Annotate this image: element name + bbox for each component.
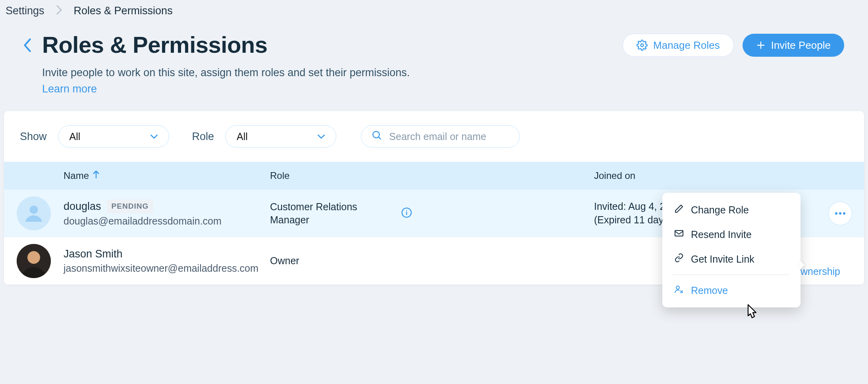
status-badge: PENDING [107,200,154,213]
invite-people-label: Invite People [771,39,831,52]
more-actions-button[interactable] [828,202,852,225]
svg-point-6 [843,212,845,215]
svg-point-0 [641,44,644,47]
remove-user-icon [674,284,684,296]
user-role: Owner [270,254,401,267]
role-filter-label: Role [192,131,214,143]
chevron-down-icon [150,132,158,141]
manage-roles-button[interactable]: Manage Roles [623,34,734,57]
learn-more-link[interactable]: Learn more [42,83,97,95]
role-filter-select[interactable]: All [225,125,336,148]
chevron-right-icon [56,5,62,17]
role-filter-value: All [237,131,248,142]
manage-roles-label: Manage Roles [653,39,720,52]
menu-divider [673,275,790,275]
menu-get-invite-link[interactable]: Get Invite Link [662,247,800,271]
envelope-icon [674,228,684,240]
menu-change-role[interactable]: Change Role [662,198,800,222]
menu-pointer [800,260,804,270]
gear-icon [637,40,648,51]
avatar [17,244,51,278]
avatar-placeholder [17,196,51,230]
svg-point-9 [27,251,40,264]
menu-change-role-label: Change Role [691,204,749,216]
column-name-label: Name [64,170,89,181]
invite-people-button[interactable]: Invite People [743,34,844,57]
search-icon [372,130,382,143]
table-header: Name Role Joined on [4,162,864,190]
show-filter-label: Show [20,131,47,143]
user-email: douglas@emailaddressdomain.com [64,215,270,227]
back-arrow-icon[interactable] [24,38,32,55]
page-header: Roles & Permissions Invite people to wor… [0,22,868,111]
svg-point-4 [835,212,837,215]
show-filter-select[interactable]: All [58,125,169,148]
menu-remove-label: Remove [691,285,728,296]
filters-bar: Show All Role All [4,111,864,162]
page-title: Roles & Permissions [42,31,410,58]
context-menu: Change Role Resend Invite Get Invite Lin… [662,193,800,307]
sort-ascending-icon [93,171,99,181]
column-role[interactable]: Role [270,170,401,181]
svg-point-11 [676,286,679,289]
svg-point-5 [839,212,841,215]
info-icon[interactable] [401,213,412,219]
page-subtitle: Invite people to work on this site, assi… [42,67,410,79]
breadcrumb-root[interactable]: Settings [6,5,44,17]
user-name: Jason Smith [64,248,123,260]
menu-resend-invite[interactable]: Resend Invite [662,222,800,247]
pencil-icon [674,204,684,216]
svg-point-2 [30,205,38,214]
menu-resend-invite-label: Resend Invite [691,229,752,240]
user-role: Customer Relations Manager [270,200,401,226]
menu-remove[interactable]: Remove [662,278,800,303]
search-box[interactable] [361,125,520,148]
breadcrumb-current: Roles & Permissions [74,5,173,17]
breadcrumb: Settings Roles & Permissions [0,0,868,22]
menu-get-invite-link-label: Get Invite Link [691,253,754,265]
plus-icon [756,40,766,50]
column-name[interactable]: Name [64,170,270,181]
show-filter-value: All [69,131,81,142]
link-icon [674,253,684,265]
column-joined[interactable]: Joined on [594,170,729,181]
search-input[interactable] [389,131,509,142]
user-email: jasonsmithwixsiteowner@emailaddress.com [64,263,270,274]
user-name: douglas [64,200,101,213]
svg-rect-10 [675,230,683,236]
chevron-down-icon [318,132,325,141]
